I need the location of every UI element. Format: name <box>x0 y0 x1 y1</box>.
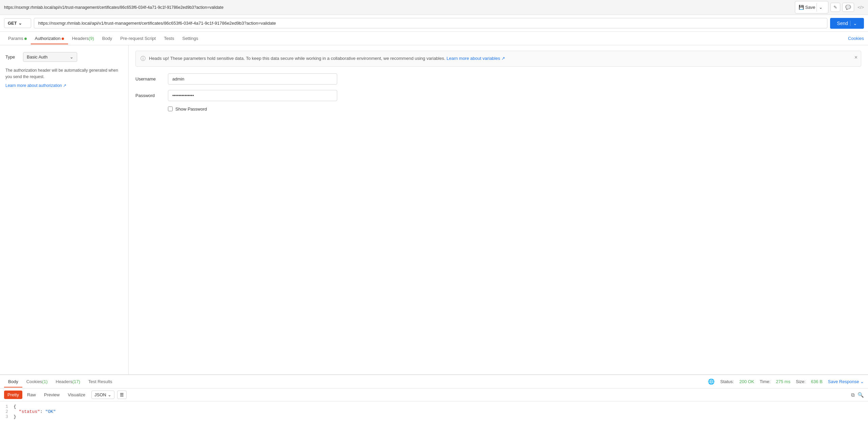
username-input[interactable] <box>168 73 337 85</box>
response-status-bar: 🌐 Status: 200 OK Time: 275 ms Size: 636 … <box>708 378 864 385</box>
line-num-3: 3 <box>0 414 14 419</box>
code-toolbar: Pretty Raw Preview Visualize JSON ⌄ ☰ ⧉ … <box>0 389 868 401</box>
top-bar-actions: 💾 Save ⌄ ✎ 💬 </> <box>795 1 864 14</box>
format-label: JSON <box>94 392 106 397</box>
info-icon: ⓘ <box>140 55 146 62</box>
request-tabs-bar: Params Authorization Headers(9) Body Pre… <box>0 32 868 45</box>
learn-more-variables-link[interactable]: Learn more about variables <box>447 56 505 61</box>
type-chevron-icon: ⌄ <box>70 54 73 60</box>
filter-button[interactable]: ☰ <box>117 391 127 399</box>
code-line-2: 2 "status": "OK" <box>0 409 868 414</box>
type-label: Type <box>5 54 19 60</box>
response-section: Body Cookies(1) Headers(17) Test Results… <box>0 375 868 422</box>
method-chevron-icon: ⌄ <box>18 21 22 26</box>
banner-close-button[interactable]: × <box>854 54 858 61</box>
time-label: Time: <box>760 379 771 384</box>
response-tab-test-results[interactable]: Test Results <box>84 376 116 388</box>
response-tab-cookies[interactable]: Cookies(1) <box>22 376 52 388</box>
tab-pre-request-script[interactable]: Pre-request Script <box>116 32 160 44</box>
info-banner: ⓘ Heads up! These parameters hold sensit… <box>135 51 861 67</box>
right-panel: ⓘ Heads up! These parameters hold sensit… <box>129 45 868 374</box>
save-label: Save <box>805 5 816 10</box>
line-content-1: { <box>14 404 16 409</box>
format-chevron-icon: ⌄ <box>108 392 111 397</box>
tab-params[interactable]: Params <box>4 32 31 44</box>
left-panel: Type Basic Auth ⌄ The authorization head… <box>0 45 129 374</box>
tab-settings[interactable]: Settings <box>178 32 202 44</box>
response-tab-headers[interactable]: Headers(17) <box>52 376 84 388</box>
save-chevron-icon[interactable]: ⌄ <box>817 3 825 11</box>
username-row: Username <box>135 73 861 85</box>
tab-body[interactable]: Body <box>98 32 116 44</box>
resp-headers-count: (17) <box>72 379 80 384</box>
password-row: Password <box>135 90 861 101</box>
globe-icon: 🌐 <box>708 378 715 385</box>
type-select[interactable]: Basic Auth ⌄ <box>23 52 77 62</box>
send-label: Send <box>837 21 848 26</box>
password-input[interactable] <box>168 90 337 101</box>
code-tab-pretty[interactable]: Pretty <box>4 391 22 399</box>
tab-authorization[interactable]: Authorization <box>31 32 68 44</box>
response-tab-body[interactable]: Body <box>4 376 22 388</box>
learn-more-auth-link[interactable]: Learn more about authorization <box>5 83 66 88</box>
code-line-3: 3 } <box>0 414 868 419</box>
url-input[interactable] <box>34 18 827 28</box>
line-num-2: 2 <box>0 409 14 414</box>
copy-button[interactable]: ⧉ <box>851 392 855 398</box>
password-label: Password <box>135 93 162 98</box>
cookies-link[interactable]: Cookies <box>848 36 864 41</box>
save-icon: 💾 <box>799 5 804 10</box>
show-password-row: Show Password <box>168 107 861 112</box>
request-bar: GET ⌄ Send ⌄ <box>0 15 868 32</box>
method-label: GET <box>8 21 17 26</box>
method-select[interactable]: GET ⌄ <box>4 18 31 28</box>
line-content-3: } <box>14 414 16 419</box>
type-row: Type Basic Auth ⌄ <box>5 52 123 62</box>
auth-description: The authorization header will be automat… <box>5 67 123 80</box>
username-label: Username <box>135 76 162 81</box>
response-tabs-bar: Body Cookies(1) Headers(17) Test Results… <box>0 375 868 389</box>
save-button[interactable]: 💾 Save ⌄ <box>795 1 829 14</box>
code-tab-raw[interactable]: Raw <box>24 391 39 399</box>
code-tab-preview[interactable]: Preview <box>41 391 63 399</box>
auth-dot <box>62 38 64 40</box>
cookies-count: (1) <box>42 379 48 384</box>
code-body: 1 { 2 "status": "OK" 3 } <box>0 401 868 422</box>
top-bar: https://nsxmgr.rhmlab.local/api/v1/trust… <box>0 0 868 15</box>
code-tab-visualize[interactable]: Visualize <box>64 391 89 399</box>
tab-tests[interactable]: Tests <box>160 32 178 44</box>
comment-icon-button[interactable]: 💬 <box>842 3 854 12</box>
code-icon: </> <box>858 5 864 10</box>
info-banner-text: Heads up! These parameters hold sensitiv… <box>149 55 856 62</box>
edit-icon-button[interactable]: ✎ <box>830 3 840 12</box>
send-button[interactable]: Send ⌄ <box>830 18 864 29</box>
size-label: Size: <box>796 379 806 384</box>
time-value: 275 ms <box>776 379 790 384</box>
code-line-1: 1 { <box>0 404 868 409</box>
format-select[interactable]: JSON ⌄ <box>91 391 114 399</box>
show-password-label[interactable]: Show Password <box>175 107 207 112</box>
show-password-checkbox[interactable] <box>168 107 173 111</box>
search-code-button[interactable]: 🔍 <box>858 392 864 398</box>
tab-headers[interactable]: Headers(9) <box>68 32 98 44</box>
line-num-1: 1 <box>0 404 14 409</box>
params-dot <box>24 38 27 40</box>
type-value: Basic Auth <box>27 54 47 60</box>
status-label: Status: <box>720 379 734 384</box>
line-content-2: "status": "OK" <box>14 409 56 414</box>
size-value: 636 B <box>811 379 823 384</box>
status-value: 200 OK <box>739 379 754 384</box>
save-response-button[interactable]: Save Response ⌄ <box>828 379 864 384</box>
top-bar-url: https://nsxmgr.rhmlab.local/api/v1/trust… <box>4 5 795 10</box>
send-chevron-icon[interactable]: ⌄ <box>850 21 857 26</box>
headers-count: (9) <box>89 36 94 41</box>
